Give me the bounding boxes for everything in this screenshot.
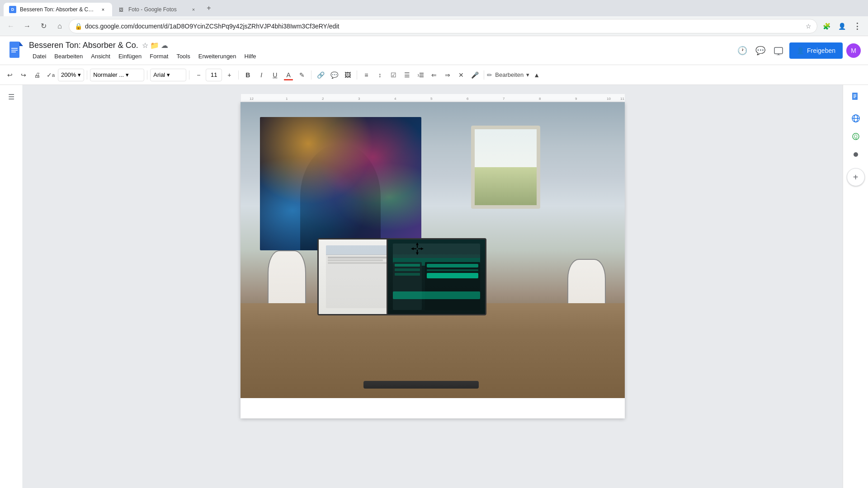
crosshair-svg [410, 241, 425, 256]
italic-button[interactable]: I [255, 69, 268, 81]
svg-text:11: 11 [620, 97, 624, 101]
share-button[interactable]: 👤 Freigeben [789, 42, 843, 59]
ruler-svg: 12 1 2 3 4 5 6 7 8 9 10 11 [241, 94, 625, 102]
gdocs-right-actions: 🕐 💬 👤 Freigeben M [735, 42, 861, 59]
lock-icon: 🔒 [75, 23, 82, 30]
main-item-2 [427, 269, 479, 271]
paragraph-style-value: Normaler ... [93, 71, 124, 78]
text-align-button[interactable]: ≡ [360, 69, 373, 81]
address-url: docs.google.com/document/d/1aD8O9YcinZCS… [85, 23, 803, 30]
font-size-plus-button[interactable]: + [223, 69, 236, 81]
tab-docs-close[interactable]: × [99, 6, 107, 13]
svg-text:Q: Q [854, 134, 858, 139]
keyboard [363, 381, 479, 389]
tab-photos-close[interactable]: × [190, 6, 197, 13]
voice-input-button[interactable]: 🎤 [468, 69, 481, 81]
gdocs-title-icons: ☆ 📁 ☁ [142, 41, 168, 50]
gdocs-title-row: Besseren Ton: Absorber & Co. ☆ 📁 ☁ [29, 41, 731, 50]
sidebar-right-icon-1[interactable] [848, 89, 864, 105]
tab-docs[interactable]: D Besseren Ton: Absorber & Co. -... × [4, 3, 112, 16]
move-to-folder-icon[interactable]: 📁 [150, 41, 159, 50]
cloud-save-icon[interactable]: ☁ [161, 41, 168, 50]
gdocs-sidebar-right: Q + [843, 85, 868, 488]
separator-5 [311, 70, 311, 80]
toolbar-expand-button[interactable]: ▲ [530, 69, 543, 81]
print-button[interactable]: 🖨 [31, 69, 43, 81]
user-avatar[interactable]: M [846, 43, 861, 58]
gdocs-content-area: ☰ 12 1 2 3 4 [0, 85, 868, 488]
font-value: Arial [153, 71, 165, 78]
text-color-button[interactable]: A [282, 69, 295, 81]
insert-link-button[interactable]: 🔗 [314, 69, 327, 81]
indent-less-button[interactable]: ⇐ [428, 69, 440, 81]
font-dropdown[interactable]: Arial ▾ [150, 69, 186, 81]
tab-photos[interactable]: 🖼 Foto - Google Fotos × [112, 3, 203, 16]
menu-bearbeiten[interactable]: Bearbeiten [51, 52, 86, 61]
font-size-input[interactable]: 11 [206, 69, 222, 81]
menu-tools[interactable]: Tools [173, 52, 193, 61]
svg-text:10: 10 [607, 97, 611, 101]
insert-comment-button[interactable]: 💬 [328, 69, 340, 81]
comments-icon[interactable]: 💬 [753, 43, 768, 58]
line-spacing-button[interactable]: ↕ [373, 69, 386, 81]
outline-toggle-button[interactable]: ☰ [3, 89, 19, 105]
move-cursor [410, 241, 425, 259]
bookmark-svg: Q [851, 132, 860, 141]
forward-button[interactable]: → [20, 19, 34, 33]
share-label: Freigeben [807, 47, 835, 54]
menu-format[interactable]: Format [146, 52, 172, 61]
paragraph-style-dropdown[interactable]: Normaler ... ▾ [90, 69, 144, 81]
highlight-color-button[interactable]: ✎ [296, 69, 308, 81]
svg-rect-28 [417, 249, 418, 252]
extensions-button[interactable]: 🧩 [819, 19, 834, 33]
home-button[interactable]: ⌂ [52, 19, 67, 33]
insert-image-button[interactable]: 🖼 [341, 69, 354, 81]
sidebar-right-icon-4[interactable] [848, 146, 864, 163]
svg-rect-3 [11, 50, 18, 51]
star-icon[interactable]: ☆ [142, 41, 148, 50]
edit-mode-label[interactable]: Bearbeiten [495, 71, 524, 78]
checklist-button[interactable]: ☑ [387, 69, 400, 81]
text-color-icon: A [287, 71, 291, 79]
bold-button[interactable]: B [241, 69, 254, 81]
monitor-right-main [425, 262, 481, 310]
menu-einfuegen[interactable]: Einfügen [115, 52, 145, 61]
zoom-dropdown[interactable]: 200% ▾ [58, 69, 84, 81]
menu-ansicht[interactable]: Ansicht [87, 52, 114, 61]
indent-more-button[interactable]: ⇒ [441, 69, 454, 81]
svg-text:6: 6 [467, 97, 469, 101]
font-size-minus-button[interactable]: − [192, 69, 205, 81]
doc-icon [851, 92, 860, 101]
sidebar-right-icon-2[interactable] [848, 110, 864, 127]
underline-button[interactable]: U [269, 69, 281, 81]
reload-button[interactable]: ↻ [36, 19, 51, 33]
text-color-indicator [284, 79, 293, 80]
address-bar[interactable]: 🔒 docs.google.com/document/d/1aD8O9YcinZ… [69, 19, 817, 33]
menu-erweiterungen[interactable]: Erweiterungen [195, 52, 240, 61]
add-sidebar-item-button[interactable]: + [847, 168, 865, 186]
browser-frame: D Besseren Ton: Absorber & Co. -... × 🖼 … [0, 0, 868, 488]
menu-hilfe[interactable]: Hilfe [241, 52, 260, 61]
new-tab-button[interactable]: + [203, 2, 215, 14]
gdocs-page [241, 102, 625, 418]
gdocs-doc-title[interactable]: Besseren Ton: Absorber & Co. [29, 41, 138, 50]
svg-text:2: 2 [322, 97, 324, 101]
photo-content [241, 102, 625, 398]
numbered-list-button[interactable]: 1. [414, 69, 427, 81]
presentation-mode-icon[interactable] [771, 43, 786, 58]
profile-button[interactable]: 👤 [835, 19, 849, 33]
last-edits-icon[interactable]: 🕐 [735, 43, 750, 58]
gdocs-main[interactable]: 12 1 2 3 4 5 6 7 8 9 10 11 [23, 85, 843, 488]
redo-button[interactable]: ↪ [17, 69, 30, 81]
sidebar-right-icon-3[interactable]: Q [848, 128, 864, 145]
browser-titlebar: D Besseren Ton: Absorber & Co. -... × 🖼 … [0, 0, 868, 16]
gdocs-menu-bar: Datei Bearbeiten Ansicht Einfügen Format… [29, 52, 731, 61]
clear-formatting-button[interactable]: ✕ [455, 69, 467, 81]
back-button[interactable]: ← [4, 19, 18, 33]
menu-datei[interactable]: Datei [29, 52, 50, 61]
spellcheck-button[interactable]: ✓a [44, 69, 57, 81]
more-button[interactable]: ⋮ [850, 19, 864, 33]
tab-photos-favicon: 🖼 [118, 6, 125, 13]
bullet-list-button[interactable]: ☰ [401, 69, 413, 81]
undo-button[interactable]: ↩ [4, 69, 16, 81]
